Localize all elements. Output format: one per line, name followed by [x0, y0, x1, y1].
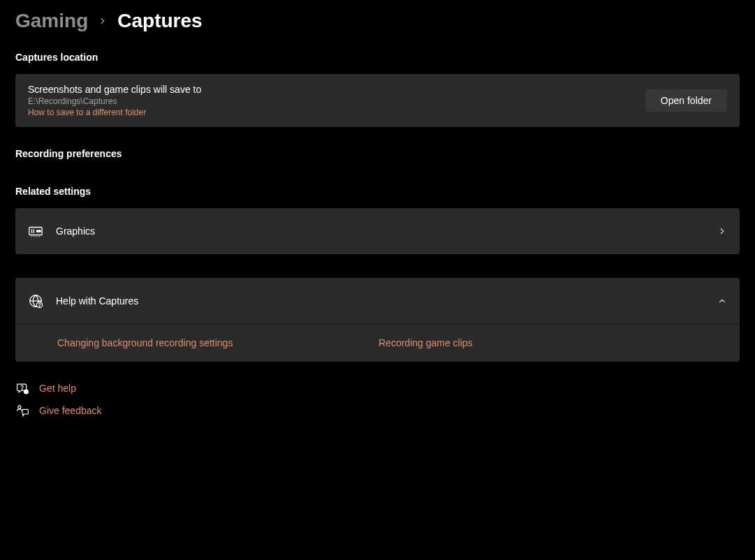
svg-point-11 [39, 306, 40, 307]
feedback-icon [15, 404, 29, 418]
chevron-up-icon [717, 296, 727, 306]
svg-point-13 [24, 390, 29, 394]
graphics-label: Graphics [56, 226, 705, 237]
help-expander-header[interactable]: Help with Captures [15, 278, 740, 324]
captures-location-header: Captures location [15, 52, 740, 63]
get-help-link[interactable]: Get help [39, 383, 76, 394]
breadcrumb: Gaming Captures [15, 10, 740, 32]
svg-point-14 [18, 406, 21, 408]
captures-location-card: Screenshots and game clips will save to … [15, 74, 740, 127]
open-folder-button[interactable]: Open folder [645, 89, 727, 112]
svg-point-3 [36, 230, 38, 233]
give-feedback-row[interactable]: Give feedback [15, 404, 740, 418]
captures-location-path: E:\Recordings\Captures [28, 96, 645, 106]
graphics-icon [28, 223, 43, 239]
chevron-right-icon [717, 226, 727, 236]
give-feedback-link[interactable]: Give feedback [39, 405, 102, 416]
breadcrumb-current: Captures [117, 10, 202, 32]
get-help-row[interactable]: Get help [15, 381, 740, 395]
help-icon [15, 381, 29, 395]
captures-location-title: Screenshots and game clips will save to [28, 84, 645, 95]
help-link-recording[interactable]: Recording game clips [379, 337, 473, 348]
svg-point-4 [39, 230, 41, 233]
svg-rect-15 [22, 409, 28, 414]
help-expander-title: Help with Captures [56, 295, 705, 307]
breadcrumb-parent[interactable]: Gaming [15, 10, 88, 32]
svg-point-12 [22, 389, 22, 390]
help-expander-body: Changing background recording settings R… [15, 324, 740, 362]
how-to-save-link[interactable]: How to save to a different folder [28, 108, 146, 117]
globe-help-icon [28, 293, 43, 309]
chevron-right-icon [98, 16, 108, 26]
graphics-nav[interactable]: Graphics [15, 208, 740, 254]
related-settings-header: Related settings [15, 186, 740, 197]
recording-prefs-header: Recording preferences [15, 148, 740, 159]
help-link-background[interactable]: Changing background recording settings [57, 337, 233, 348]
